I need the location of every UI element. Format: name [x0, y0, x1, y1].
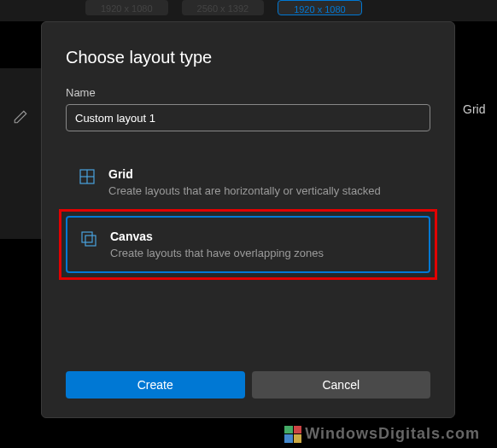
option-description: Create layouts that have overlapping zon…	[110, 247, 415, 259]
svg-rect-4	[85, 236, 96, 246]
resolution-chip: 1920 x 1080	[85, 0, 168, 15]
grid-icon	[79, 169, 95, 184]
background-topbar: 1920 x 1080 2560 x 1392 1920 x 1080	[0, 0, 497, 21]
background-sidebar	[0, 68, 41, 239]
create-button[interactable]: Create	[66, 371, 245, 399]
svg-rect-3	[82, 232, 92, 242]
watermark-logo-icon	[284, 426, 301, 443]
layout-option-canvas[interactable]: Canvas Create layouts that have overlapp…	[66, 216, 430, 273]
dialog-button-row: Create Cancel	[66, 371, 430, 399]
pencil-icon	[13, 109, 28, 125]
option-description: Create layouts that are horizontally or …	[108, 184, 417, 197]
watermark-text: WindowsDigitals.com	[305, 425, 480, 443]
name-label: Name	[66, 86, 430, 99]
resolution-chip: 2560 x 1392	[182, 0, 265, 15]
option-title: Grid	[108, 167, 417, 181]
name-input[interactable]	[66, 104, 430, 131]
dialog-title: Choose layout type	[66, 48, 430, 67]
cancel-button[interactable]: Cancel	[252, 371, 431, 399]
canvas-icon	[81, 231, 96, 247]
resolution-chip-active: 1920 x 1080	[278, 0, 362, 15]
background-right-label: Grid	[463, 102, 497, 116]
option-title: Canvas	[110, 230, 415, 243]
layout-option-grid[interactable]: Grid Create layouts that are horizontall…	[66, 155, 430, 209]
watermark: WindowsDigitals.com	[284, 425, 480, 443]
choose-layout-dialog: Choose layout type Name Grid Create layo…	[41, 21, 455, 418]
